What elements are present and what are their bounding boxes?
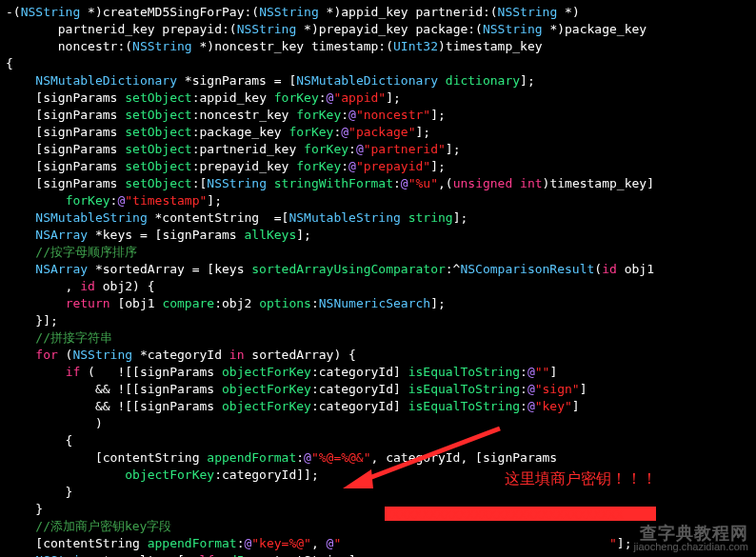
annotation-callout: 这里填商户密钥！！！ [505,470,657,487]
watermark-title: 查字典教程网 [634,527,748,540]
watermark-url: jiaocheng.chazidian.com [634,540,748,553]
redacted-secret: XXXXXXXXXXXXXXXXXXXXXXXXXXXXXXXX [385,507,656,521]
watermark: 查字典教程网 jiaocheng.chazidian.com [634,527,748,553]
